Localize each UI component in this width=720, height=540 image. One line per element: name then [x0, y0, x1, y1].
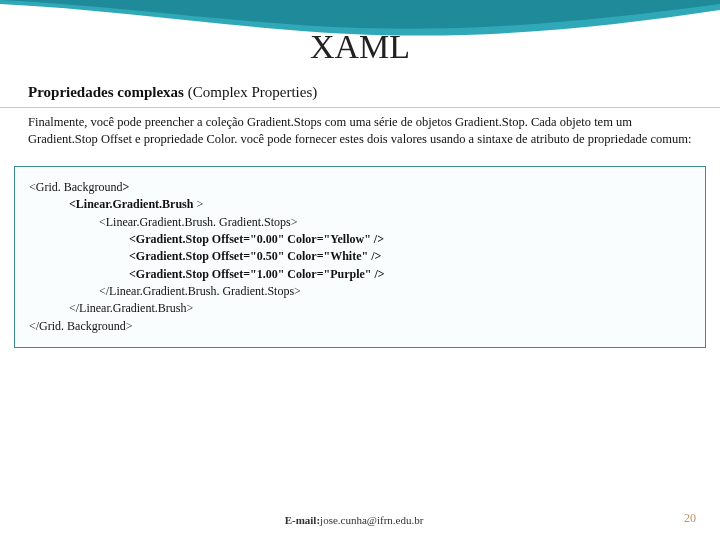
code-line: <Grid. Background>: [29, 179, 691, 196]
email-value: jose.cunha@ifrn.edu.br: [320, 514, 423, 526]
code-line: <Gradient.Stop Offset="1.00" Color="Purp…: [29, 266, 691, 283]
code-line: <Linear.Gradient.Brush >: [29, 196, 691, 213]
code-block: <Grid. Background> <Linear.Gradient.Brus…: [14, 166, 706, 349]
page-title: XAML: [0, 28, 720, 66]
subtitle-paren: (Complex Properties): [188, 84, 318, 100]
code-line: </Grid. Background>: [29, 318, 691, 335]
code-text: >: [196, 197, 203, 211]
code-line: <Linear.Gradient.Brush. Gradient.Stops>: [29, 214, 691, 231]
footer-email: E-mail:jose.cunha@ifrn.edu.br: [24, 514, 684, 526]
body-paragraph: Finalmente, você pode preencher a coleçã…: [0, 114, 720, 148]
code-line: </Linear.Gradient.Brush>: [29, 300, 691, 317]
subtitle-bold: Propriedades complexas: [28, 84, 188, 100]
code-line: <Gradient.Stop Offset="0.50" Color="Whit…: [29, 248, 691, 265]
code-text: <Linear.Gradient.Brush: [69, 197, 196, 211]
email-label: E-mail:: [285, 514, 320, 526]
code-line: <Gradient.Stop Offset="0.00" Color="Yell…: [29, 231, 691, 248]
section-heading: Propriedades complexas (Complex Properti…: [0, 84, 720, 108]
code-line: </Linear.Gradient.Brush. Gradient.Stops>: [29, 283, 691, 300]
page-number: 20: [684, 511, 696, 526]
footer: E-mail:jose.cunha@ifrn.edu.br 20: [0, 511, 720, 526]
code-text: <Grid. Background: [29, 180, 122, 194]
code-text: >: [122, 180, 129, 194]
